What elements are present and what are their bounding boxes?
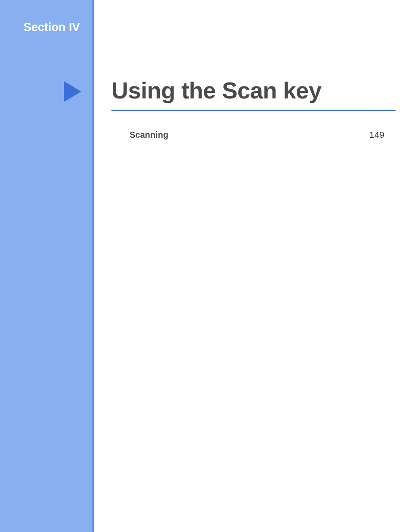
page-title: Using the Scan key (111, 77, 321, 104)
sidebar-divider (92, 0, 94, 532)
toc-entry: Scanning 149 (130, 130, 384, 140)
play-triangle-icon (64, 81, 81, 102)
toc-entry-page: 149 (369, 130, 384, 140)
title-underline (111, 110, 396, 111)
sidebar: Section IV (0, 0, 94, 532)
section-label: Section IV (0, 21, 80, 34)
toc-entry-label: Scanning (130, 130, 168, 140)
